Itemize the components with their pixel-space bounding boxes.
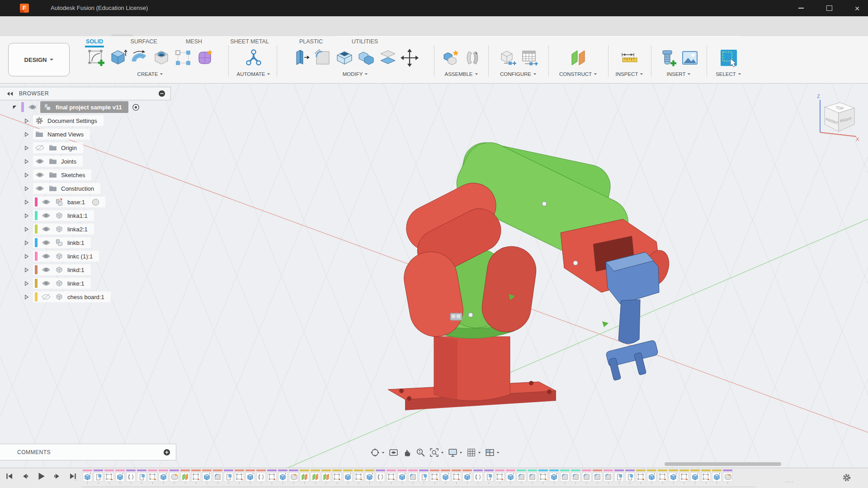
visibility-eye-icon[interactable]	[41, 198, 51, 206]
visibility-eye-icon[interactable]	[41, 280, 51, 287]
sketch-feature-icon[interactable]	[267, 472, 277, 482]
extrude-feature-icon[interactable]	[202, 472, 212, 482]
expand-icon[interactable]	[24, 131, 29, 137]
sketch-feature-icon[interactable]	[332, 472, 342, 482]
timeline-feature-extrude[interactable]	[159, 469, 168, 484]
timeline-feature-fillet[interactable]	[571, 469, 580, 484]
timeline-settings-gear-icon[interactable]	[842, 473, 852, 483]
shell-button[interactable]	[335, 48, 354, 68]
sketch-feature-icon[interactable]	[701, 472, 711, 482]
tree-row[interactable]: linkd:1	[0, 263, 171, 277]
timeline-feature-fillet[interactable]	[593, 469, 602, 484]
chevron-down-icon[interactable]	[381, 450, 385, 455]
timeline-feature-joint[interactable]	[126, 469, 136, 484]
insert-fastener-button[interactable]	[658, 48, 678, 68]
timeline-feature-sketch[interactable]	[701, 469, 711, 484]
group-label-configure[interactable]: CONFIGURE	[500, 71, 537, 77]
timeline-feature-extrude[interactable]	[549, 469, 559, 484]
sketch-feature-icon[interactable]	[235, 472, 244, 482]
move-button[interactable]	[400, 48, 420, 68]
step-forward-button[interactable]	[51, 470, 63, 482]
look-at-button[interactable]	[388, 447, 399, 458]
expand-icon[interactable]	[24, 172, 29, 178]
tree-row[interactable]: linka1:1	[0, 209, 171, 222]
cplane-feature-icon[interactable]	[321, 472, 331, 482]
group-label-automate[interactable]: AUTOMATE	[237, 71, 271, 77]
extrude-feature-icon[interactable]	[647, 472, 656, 482]
form-feature-icon[interactable]	[170, 472, 179, 482]
expand-icon[interactable]	[24, 199, 29, 205]
cplane-feature-icon[interactable]	[311, 472, 320, 482]
tab-surface[interactable]: SURFACE	[129, 37, 158, 46]
timeline-feature-sketch[interactable]	[679, 469, 689, 484]
timeline-feature-fillet[interactable]	[604, 469, 613, 484]
sketch-feature-icon[interactable]	[430, 472, 439, 482]
timeline-feature-extrude[interactable]	[365, 469, 374, 484]
tree-row[interactable]: base:1	[0, 195, 171, 209]
fillet-feature-icon[interactable]	[408, 472, 418, 482]
root-component-row[interactable]: final project sample v11	[40, 101, 128, 113]
timeline-feature-form[interactable]	[723, 469, 732, 484]
timeline-feature-joint[interactable]	[376, 469, 385, 484]
group-label-insert[interactable]: INSERT	[667, 71, 691, 77]
fillet-feature-icon[interactable]	[582, 472, 591, 482]
sketch-feature-icon[interactable]	[658, 472, 667, 482]
timeline-feature-sketch[interactable]	[332, 469, 342, 484]
visibility-eye-icon[interactable]	[41, 225, 51, 233]
visibility-eye-icon[interactable]	[28, 103, 38, 111]
joint-feature-icon[interactable]	[256, 472, 266, 482]
expand-icon[interactable]	[24, 294, 29, 300]
plane-feature-icon[interactable]	[419, 472, 429, 482]
fit-button[interactable]	[429, 447, 444, 458]
tree-row[interactable]: chess board:1	[0, 290, 171, 304]
tree-row[interactable]: linke:1	[0, 277, 171, 290]
extrude-feature-icon[interactable]	[343, 472, 353, 482]
fillet-feature-icon[interactable]	[517, 472, 526, 482]
visibility-eye-icon[interactable]	[35, 144, 45, 151]
cplane-feature-icon[interactable]	[180, 472, 190, 482]
viewport-3d[interactable]: Z X TOP FRONT RIGHT BROWSER final projec…	[0, 84, 868, 468]
tree-row[interactable]: Sketches	[0, 168, 171, 182]
joint-feature-icon[interactable]	[126, 472, 136, 482]
timeline-feature-extrude[interactable]	[669, 469, 678, 484]
expand-icon[interactable]	[24, 267, 29, 273]
timeline-feature-sketch[interactable]	[191, 469, 201, 484]
expand-icon[interactable]	[24, 240, 29, 246]
timeline-feature-form[interactable]	[289, 469, 298, 484]
tree-row[interactable]: Joints	[0, 155, 171, 168]
sketch-feature-icon[interactable]	[636, 472, 646, 482]
measure-button[interactable]	[620, 48, 640, 68]
joint-feature-icon[interactable]	[473, 472, 483, 482]
go-to-start-button[interactable]	[4, 470, 15, 482]
expand-icon[interactable]	[24, 226, 29, 232]
display-settings-button[interactable]	[448, 447, 463, 458]
joint-button[interactable]	[462, 48, 482, 68]
extrude-feature-icon[interactable]	[549, 472, 559, 482]
sketch-feature-icon[interactable]	[387, 472, 396, 482]
expand-icon[interactable]	[24, 186, 29, 192]
split-body-button[interactable]	[378, 48, 398, 68]
timeline-feature-plane[interactable]	[224, 469, 233, 484]
fillet-feature-icon[interactable]	[560, 472, 570, 482]
chevron-down-icon[interactable]	[459, 450, 463, 455]
extrude-feature-icon[interactable]	[690, 472, 700, 482]
plane-feature-icon[interactable]	[94, 472, 103, 482]
timeline-feature-fillet[interactable]	[213, 469, 222, 484]
timeline-feature-extrude[interactable]	[690, 469, 700, 484]
chevron-down-icon[interactable]	[496, 450, 500, 455]
form-feature-icon[interactable]	[723, 472, 732, 482]
timeline-feature-joint[interactable]	[256, 469, 266, 484]
maximize-button[interactable]	[819, 0, 840, 16]
plane-feature-icon[interactable]	[614, 472, 624, 482]
group-label-assemble[interactable]: ASSEMBLE	[445, 71, 478, 77]
visibility-eye-icon[interactable]	[41, 293, 51, 300]
play-button[interactable]	[35, 470, 47, 482]
timeline-feature-plane[interactable]	[614, 469, 624, 484]
timeline-feature-plane[interactable]	[94, 469, 103, 484]
pan-button[interactable]	[402, 447, 412, 458]
timeline-feature-sketch[interactable]	[636, 469, 646, 484]
timeline-feature-sketch[interactable]	[267, 469, 277, 484]
timeline-feature-cplane[interactable]	[180, 469, 190, 484]
tree-row[interactable]: linkb:1	[0, 236, 171, 249]
expand-icon[interactable]	[24, 281, 29, 286]
